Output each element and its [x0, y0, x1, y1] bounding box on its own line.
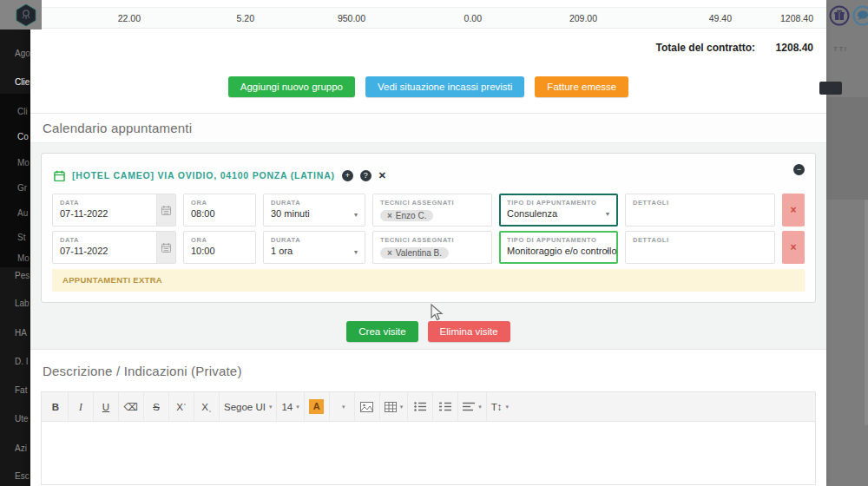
- sidebar-item-16[interactable]: Esc: [15, 471, 30, 481]
- app-topbar-left: [0, 0, 42, 30]
- time-field[interactable]: ORA 10:00: [183, 231, 256, 264]
- delete-row-button[interactable]: ×: [782, 231, 805, 264]
- technician-tag: × Enzo C.: [380, 210, 433, 221]
- appointment-type-select[interactable]: TIPO DI APPUNTAMENTO Monitoraggio e/o co…: [499, 231, 618, 264]
- appointment-type-value: Monitoraggio e/o controllo: [507, 246, 610, 256]
- font-size-select[interactable]: 14 ▾: [277, 392, 304, 421]
- sidebar-item-clienti[interactable]: Clie: [15, 77, 30, 87]
- extra-appointments-bar[interactable]: APPUNTAMENTI EXTRA: [52, 269, 805, 292]
- details-label: DETTAGLI: [633, 236, 767, 244]
- bold-button[interactable]: B: [43, 392, 69, 421]
- duration-label: DURATA: [271, 236, 358, 244]
- details-input[interactable]: DETTAGLI: [625, 231, 775, 264]
- technicians-field[interactable]: TECNICI ASSEGNATI × Valentina B.: [372, 231, 492, 264]
- duration-label: DURATA: [271, 199, 358, 207]
- technicians-field[interactable]: TECNICI ASSEGNATI × Enzo C.: [372, 194, 492, 227]
- sidebar-subitem-3[interactable]: Mo: [17, 158, 30, 167]
- appointment-type-value: Consulenza: [507, 208, 610, 219]
- underline-button[interactable]: U: [94, 392, 119, 421]
- sidebar-item-12[interactable]: D. I: [15, 357, 30, 366]
- insert-table-button[interactable]: ▾: [380, 392, 409, 421]
- delete-row-button[interactable]: ×: [782, 194, 805, 227]
- visite-buttons-row: Crea visite Elimina visite: [30, 321, 826, 342]
- contract-modal: 22.00 5.20 950.00 0.00 209.00 49.40 1208…: [30, 0, 826, 486]
- duration-select[interactable]: DURATA 1 ora ▾: [263, 231, 365, 264]
- time-value: 10:00: [191, 246, 248, 256]
- contract-value: 5.20: [237, 13, 254, 23]
- help-icon[interactable]: ?: [360, 170, 372, 181]
- superscript-button[interactable]: Xˈ: [169, 392, 194, 421]
- editor-content-area[interactable]: [42, 422, 815, 484]
- sidebar-item-11[interactable]: HA: [15, 328, 30, 338]
- sidebar-subitem-1[interactable]: Cli: [17, 107, 30, 116]
- chevron-down-icon: ▾: [296, 404, 299, 410]
- contract-total-label: Totale del contratto:: [656, 42, 755, 54]
- add-appointment-icon[interactable]: +: [342, 170, 353, 181]
- datepicker-icon[interactable]: [156, 194, 175, 226]
- sidebar-subitem-2[interactable]: Co: [17, 132, 30, 141]
- duration-value: 1 ora: [271, 246, 358, 256]
- sidebar-subitem-5[interactable]: Au: [17, 208, 30, 218]
- contract-total-row: Totale del contratto: 1208.40: [30, 29, 826, 65]
- insert-image-button[interactable]: [355, 392, 380, 421]
- crea-visite-button[interactable]: Crea visite: [346, 321, 418, 342]
- remove-tag-icon[interactable]: ×: [387, 211, 392, 220]
- chat-icon[interactable]: [852, 5, 868, 26]
- duration-select[interactable]: DURATA 30 minuti ▾: [263, 194, 365, 227]
- appointment-group-header: [HOTEL CAMEO] VIA OVIDIO, 04100 PONZA (L…: [42, 154, 815, 187]
- font-family-value: Segoe UI: [224, 402, 266, 412]
- calendar-section-header: Calendario appuntamenti: [30, 113, 826, 142]
- paragraph-format-button[interactable]: ▾: [458, 392, 487, 421]
- sidebar-subitem-7[interactable]: Mo: [17, 253, 30, 263]
- strikethrough-button[interactable]: S: [144, 392, 169, 421]
- sidebar-item-10[interactable]: Lab: [15, 299, 30, 308]
- time-value: 08:00: [191, 208, 248, 219]
- sidebar-item-13[interactable]: Fat: [15, 385, 30, 395]
- appointment-type-label: TIPO DI APPUNTAMENTO: [507, 199, 610, 207]
- sidebar-item-15[interactable]: Azi: [15, 443, 30, 453]
- sidebar-subitem-4[interactable]: Gr: [17, 183, 30, 193]
- clear-formatting-button[interactable]: ⌫: [119, 392, 144, 421]
- contract-value: 209.00: [569, 13, 597, 23]
- appointment-type-select[interactable]: TIPO DI APPUNTAMENTO Consulenza ▾: [499, 194, 618, 227]
- chevron-down-icon: ▾: [354, 248, 358, 256]
- close-group-icon[interactable]: ✕: [378, 170, 386, 181]
- subscript-button[interactable]: Xˌ: [194, 392, 220, 421]
- datepicker-icon[interactable]: [156, 232, 175, 263]
- unordered-list-button[interactable]: [408, 392, 433, 421]
- description-section-title: Descrizione / Indicazioni (Private): [43, 364, 242, 378]
- incassi-previsti-button[interactable]: Vedi situazione incassi previsti: [365, 76, 524, 97]
- calendar-section-title: Calendario appuntamenti: [43, 121, 192, 135]
- time-field[interactable]: ORA 08:00: [183, 194, 256, 227]
- fatture-emesse-button[interactable]: Fatture emesse: [535, 76, 628, 97]
- font-size-value: 14: [281, 402, 293, 412]
- chevron-down-icon: ▾: [269, 404, 273, 410]
- italic-button[interactable]: I: [69, 392, 94, 421]
- details-input[interactable]: DETTAGLI: [625, 194, 775, 227]
- date-field[interactable]: DATA 07-11-2022: [52, 231, 176, 264]
- gift-icon[interactable]: [829, 5, 850, 26]
- remove-tag-icon[interactable]: ×: [387, 248, 392, 258]
- add-group-button[interactable]: Aggiungi nuovo gruppo: [228, 76, 355, 97]
- technicians-label: TECNICI ASSEGNATI: [380, 199, 484, 207]
- sidebar-subitem-6[interactable]: St: [17, 233, 30, 242]
- date-value: 07-11-2022: [60, 246, 151, 256]
- dimmed-block: [826, 97, 868, 200]
- details-label: DETTAGLI: [633, 199, 767, 207]
- text-color-button[interactable]: A: [305, 392, 330, 421]
- appointment-group-title: [HOTEL CAMEO] VIA OVIDIO, 04100 PONZA (L…: [72, 170, 335, 181]
- sidebar-item-9[interactable]: Pes: [15, 271, 30, 280]
- elimina-visite-button[interactable]: Elimina visite: [428, 321, 510, 342]
- technician-tag: × Valentina B.: [380, 247, 449, 259]
- line-height-button[interactable]: T↕ ▾: [487, 392, 513, 421]
- appointment-row: DATA 07-11-2022 ORA 08:00 DURATA: [52, 194, 805, 227]
- sidebar-item-14[interactable]: Ute: [15, 414, 30, 424]
- date-field[interactable]: DATA 07-11-2022: [52, 194, 176, 227]
- font-family-select[interactable]: Segoe UI ▾: [220, 392, 277, 421]
- appointment-type-label: TIPO DI APPUNTAMENTO: [507, 236, 610, 244]
- collapse-group-icon[interactable]: −: [793, 164, 805, 175]
- text-color-dropdown[interactable]: ▾: [330, 392, 355, 421]
- sidebar-item-agenda[interactable]: Ago: [15, 49, 30, 58]
- ordered-list-button[interactable]: [433, 392, 458, 421]
- dimmed-partial-text: TTI: [833, 45, 848, 53]
